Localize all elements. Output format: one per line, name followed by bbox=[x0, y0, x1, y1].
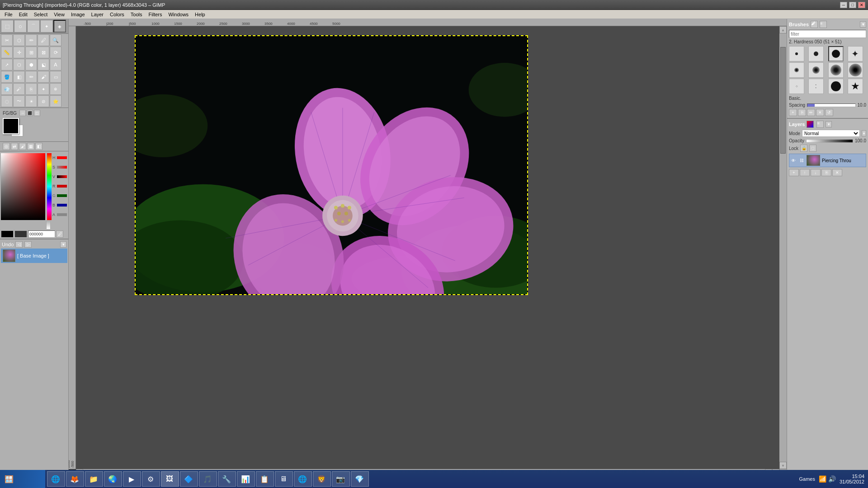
undo-forward-btn[interactable]: ▷ bbox=[24, 241, 32, 248]
brush-item[interactable]: ⁚ bbox=[808, 79, 824, 94]
scroll-down-btn[interactable]: ▿ bbox=[779, 462, 787, 469]
menu-image[interactable]: Image bbox=[68, 11, 88, 18]
taskbar-app-media[interactable]: ▶ bbox=[123, 471, 141, 487]
image-canvas[interactable] bbox=[135, 35, 528, 295]
brush-item[interactable]: ⁘ bbox=[789, 79, 804, 94]
brushes-icon[interactable]: 🖌 bbox=[811, 21, 818, 28]
tool-ellipse-select[interactable]: ○ bbox=[14, 20, 27, 33]
tool-smudge[interactable]: 〜 bbox=[13, 95, 25, 107]
tool-blur-sharpen[interactable]: ◌ bbox=[1, 95, 13, 107]
brush-duplicate-btn[interactable]: ⎘ bbox=[798, 109, 806, 116]
tool-scissors[interactable]: ✂ bbox=[1, 34, 13, 46]
fgbg-pattern[interactable]: ◫ bbox=[34, 110, 40, 116]
menu-layer[interactable]: Layer bbox=[89, 11, 107, 18]
tool-perspective-clone[interactable]: ⊕ bbox=[50, 83, 61, 95]
foreground-color[interactable] bbox=[3, 118, 19, 134]
layer-delete-btn[interactable]: ✕ bbox=[832, 169, 842, 176]
taskbar-app-files[interactable]: 📁 bbox=[85, 471, 103, 487]
taskbar-app-9[interactable]: 🎵 bbox=[199, 471, 217, 487]
menu-colors[interactable]: Colors bbox=[107, 11, 127, 18]
tool-zoom[interactable]: 🔍 bbox=[50, 34, 61, 46]
taskbar-app-15[interactable]: 🦁 bbox=[313, 471, 331, 487]
tool-ink[interactable]: 🖋 bbox=[13, 83, 25, 95]
brush-edit-btn[interactable]: ✏ bbox=[807, 109, 815, 116]
tool-script-fu[interactable]: ⭐ bbox=[50, 95, 61, 107]
tool-rect-select[interactable]: ⬚ bbox=[1, 20, 14, 33]
tool-paintbrush[interactable]: 🖌 bbox=[38, 71, 49, 83]
layer-lower-btn[interactable]: ↓ bbox=[811, 169, 821, 176]
tool-select-color[interactable]: ◈ bbox=[53, 20, 66, 33]
tool-eraser[interactable]: ▭ bbox=[50, 71, 61, 83]
tool-foreground-select[interactable]: ⬡ bbox=[13, 34, 25, 46]
tool-fuzzy-select[interactable]: ✦ bbox=[40, 20, 53, 33]
taskbar-app-firefox[interactable]: 🦊 bbox=[66, 471, 84, 487]
taskbar-app-6[interactable]: ⚙ bbox=[142, 471, 160, 487]
taskbar-app-chrome[interactable]: 🌐 bbox=[47, 471, 65, 487]
brush-item[interactable] bbox=[848, 62, 863, 78]
taskbar-app-ie[interactable]: 🌏 bbox=[104, 471, 122, 487]
brush-refresh-btn[interactable]: ↺ bbox=[825, 109, 833, 116]
brush-item[interactable] bbox=[808, 62, 824, 78]
menu-tools[interactable]: Tools bbox=[128, 11, 145, 18]
tool-swap-colors[interactable]: ⇄ bbox=[11, 143, 18, 150]
hex-color-input[interactable]: 000000 bbox=[28, 230, 55, 238]
channel-r-slider[interactable] bbox=[57, 182, 67, 191]
channel-b-slider[interactable] bbox=[57, 201, 67, 210]
tool-shear[interactable]: ⬡ bbox=[13, 59, 25, 70]
alpha-slider[interactable] bbox=[46, 221, 51, 230]
brushes-collapse-btn[interactable]: ▾ bbox=[860, 21, 866, 28]
tool-free-select[interactable]: ⌒ bbox=[27, 20, 40, 33]
fgbg-reset[interactable]: ⬛ bbox=[27, 110, 33, 116]
brush-item[interactable] bbox=[789, 46, 804, 61]
start-button[interactable]: 🪟 bbox=[0, 470, 45, 488]
tool-brush-set[interactable]: 🖌 bbox=[19, 143, 26, 150]
menu-select[interactable]: Select bbox=[31, 11, 51, 18]
fgbg-swap[interactable]: ↔ bbox=[19, 110, 26, 116]
maximize-button[interactable]: □ bbox=[849, 2, 856, 8]
taskbar-clock[interactable]: 15:04 31/05/2012 bbox=[840, 474, 864, 484]
tool-heal[interactable]: ✦ bbox=[38, 83, 49, 95]
taskbar-extra-label[interactable]: Games bbox=[799, 476, 815, 482]
brush-item[interactable] bbox=[789, 62, 804, 78]
tool-scale[interactable]: ↗ bbox=[1, 59, 13, 70]
tool-pattern[interactable]: ▦ bbox=[27, 143, 34, 150]
mode-arrow[interactable]: ▾ bbox=[862, 130, 866, 136]
tool-move[interactable]: ✛ bbox=[13, 47, 25, 58]
brush-item[interactable] bbox=[808, 46, 824, 61]
tool-gradient[interactable]: ◧ bbox=[35, 143, 42, 150]
channel-v-slider[interactable] bbox=[57, 172, 67, 181]
menu-help[interactable]: Help bbox=[192, 11, 208, 18]
lock-alpha-btn[interactable]: □ bbox=[809, 145, 816, 152]
tool-color-reset[interactable]: ◎ bbox=[3, 143, 10, 150]
tool-text[interactable]: A bbox=[50, 59, 61, 70]
taskbar-app-12[interactable]: 📋 bbox=[256, 471, 274, 487]
channel-a-slider[interactable] bbox=[57, 210, 67, 219]
brush-item[interactable] bbox=[828, 62, 844, 78]
layer-new-btn[interactable]: + bbox=[789, 169, 799, 176]
taskbar-app-blender[interactable]: 🔷 bbox=[180, 471, 198, 487]
layer-chain-icon[interactable]: ⛓ bbox=[798, 157, 805, 164]
tool-color-picker[interactable]: 🖊 bbox=[38, 34, 49, 46]
brushes-options-btn[interactable]: ≡ bbox=[820, 21, 827, 28]
taskbar-app-11[interactable]: 📊 bbox=[237, 471, 255, 487]
spacing-slider[interactable] bbox=[807, 103, 855, 107]
new-color-preview[interactable] bbox=[1, 230, 14, 238]
tool-crop[interactable]: ⊠ bbox=[38, 47, 49, 58]
tool-airbrush[interactable]: 💨 bbox=[1, 83, 13, 95]
tool-measure[interactable]: 📏 bbox=[1, 47, 13, 58]
menu-view[interactable]: View bbox=[51, 11, 67, 18]
scroll-up-btn[interactable]: ▵ bbox=[779, 26, 787, 33]
taskbar-app-gimp[interactable]: 🖼 bbox=[161, 471, 179, 487]
tool-clone[interactable]: ⎘ bbox=[25, 83, 37, 95]
layer-raise-btn[interactable]: ↑ bbox=[800, 169, 810, 176]
color-picker-tool-btn[interactable]: 🖊 bbox=[56, 230, 63, 238]
brush-item[interactable]: ✦ bbox=[848, 46, 863, 61]
brush-item-active[interactable] bbox=[828, 46, 844, 61]
tool-dodge-burn[interactable]: ☀ bbox=[25, 95, 37, 107]
channel-s-slider[interactable] bbox=[57, 163, 67, 172]
menu-edit[interactable]: Edit bbox=[16, 11, 30, 18]
color-picker[interactable]: H S V R G B A bbox=[0, 151, 68, 239]
taskbar-app-14[interactable]: 🌐 bbox=[294, 471, 312, 487]
scroll-thumb-v[interactable] bbox=[780, 47, 786, 154]
brushes-filter-input[interactable] bbox=[789, 30, 866, 38]
